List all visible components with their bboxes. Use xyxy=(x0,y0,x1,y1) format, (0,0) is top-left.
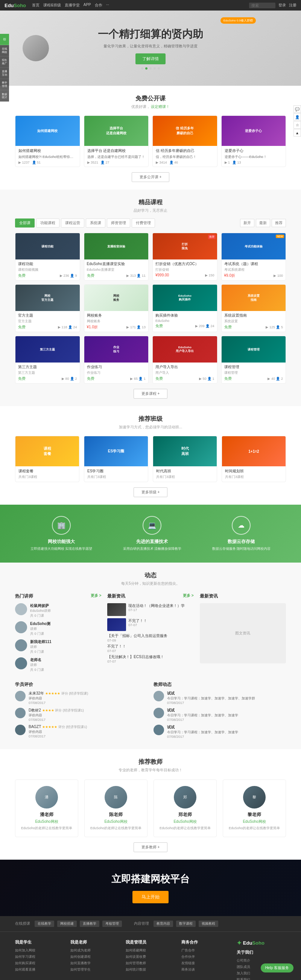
sidebar-item-create[interactable]: 创 xyxy=(0,34,9,45)
premium-load-more-button[interactable]: 更多课程 + xyxy=(134,389,168,399)
teacher-post-2[interactable]: 试试 今日学习：学习课程：加速学、加速学、加速学 07/08/2017 xyxy=(153,725,286,738)
footer-tag-5[interactable]: 数字课程 xyxy=(176,921,196,927)
nav-home[interactable]: 首页 xyxy=(32,3,40,8)
logo[interactable]: EduSoho xyxy=(5,3,26,8)
news-more[interactable]: 更多 > xyxy=(183,593,194,600)
premium-card-11[interactable]: 课程管理 课程管理 课程管理 免费 ▶ 40 👤 2 xyxy=(221,336,286,383)
review-item-1[interactable]: D教材2 ★★★★ 评分 (经济学院课1) 评价内容 07/08/2017 xyxy=(15,708,148,722)
dot-1[interactable] xyxy=(141,67,143,70)
teacher-card-3[interactable]: 黎 黎老师 EduSoho网校 EduSoho的老师让在线教学更简单 xyxy=(223,780,286,837)
tab-teacher[interactable]: 师资管理 xyxy=(107,218,130,228)
free-course-card-3[interactable]: 逆爱赤子心 逆爱赤子心 逆爱赤子心-——EduSoho！ ▶ 1👤 13 xyxy=(221,115,286,167)
register-button[interactable]: 注册 xyxy=(289,3,296,8)
footer-col-item-0-2[interactable]: 如何购买课程 xyxy=(15,961,64,966)
tab-system[interactable]: 系统课 xyxy=(86,218,105,228)
search-input[interactable] xyxy=(249,3,276,8)
nav-app[interactable]: APP xyxy=(84,3,91,8)
footer-col-item-2-1[interactable]: 如何设置收费 xyxy=(126,955,175,959)
teacher-item-3[interactable]: 老师名 讲师 共 0 门课 xyxy=(15,657,101,672)
hero-badge[interactable]: EduSoho 0.9修入群赠 xyxy=(220,17,256,24)
news-item-4[interactable]: 【无法解决！】ECS日志修改哦！ 07-07 xyxy=(107,654,193,663)
footer-col-item-0-1[interactable]: 如何学习课程 xyxy=(15,955,64,959)
recommend-card-0[interactable]: 课程套餐 课程套餐 共有门3课程 xyxy=(15,436,80,482)
premium-card-3[interactable]: 考试功能体验 NEW 考试系统（题）课程 考试系统课程 ¥9.0折 ▶ 100 xyxy=(221,233,286,280)
footer-col-item-0-3[interactable]: 如何观看直播 xyxy=(15,967,64,972)
news-item-3[interactable]: 不完了！！ 07-07 xyxy=(107,644,193,653)
sort-latest[interactable]: 最新 xyxy=(256,219,270,227)
news-item-0[interactable]: 现在活动！（网络企业进来！）学 07-17 xyxy=(107,603,193,616)
sidebar-item-recruit[interactable]: 招生推广 xyxy=(0,56,9,68)
sort-recommend[interactable]: 推荐 xyxy=(272,219,286,227)
premium-card-9[interactable]: 作业练习 作业练习 作业练习 免费 ▶ 65 👤 1 xyxy=(84,336,149,383)
sidebar-item-data[interactable]: 数据统计 xyxy=(0,90,9,102)
sidebar-item-live[interactable]: 直播互动 xyxy=(0,68,9,79)
teacher-card-1[interactable]: 陈 陈老师 EduSoho网校 EduSoho的老师让在线教学更简单 xyxy=(84,780,148,837)
premium-card-1[interactable]: 直播粉室体验 EduSoho直播课堂实验 EduSoho直播课堂 免费 ▶ 31… xyxy=(84,233,149,280)
news-item-1[interactable]: 不完了！！ 07-07 xyxy=(107,618,193,631)
float-star[interactable]: ☆ xyxy=(293,121,301,129)
footer-tag-4[interactable]: 教育内容 xyxy=(153,921,173,927)
footer-col-item-4-0[interactable]: 公司简介 xyxy=(237,958,286,963)
footer-col-item-4-3[interactable]: 联系我们 xyxy=(237,977,286,980)
tab-all[interactable]: 全部课 xyxy=(15,218,35,228)
teacher-post-0[interactable]: 试试 今日学习：学习课程：加速学、加速学、加速学、加速学群 07/08/2017 xyxy=(153,691,286,705)
teacher-card-0[interactable]: 潘 潘老师 EduSoho网校 EduSoho的老师让在线教学更简单 xyxy=(15,780,78,837)
hot-teachers-more[interactable]: 更多 > xyxy=(91,593,102,600)
footer-col-item-1-1[interactable]: 如何创建课程 xyxy=(70,955,119,959)
float-chat[interactable]: 💬 xyxy=(293,105,301,113)
premium-card-5[interactable]: 网校账务 网校账务 网校账务 ¥1.0折 ▶ 171 👤 13 xyxy=(84,284,149,332)
float-user[interactable]: 👤 xyxy=(293,113,301,121)
nav-live[interactable]: 直播学堂 xyxy=(65,3,80,8)
free-course-card-2[interactable]: 信 经历多年磨砺的自己 信 经历多年磨砺的自己 信，经历多年磨砺的自己！ ▶ 3… xyxy=(152,115,217,167)
footer-tag-0[interactable]: 在线教学 xyxy=(35,921,54,927)
dot-3[interactable] xyxy=(150,67,151,70)
dot-2[interactable] xyxy=(145,67,148,70)
footer-col-item-3-3[interactable]: 商务洽谈 xyxy=(182,967,231,972)
teacher-post-1[interactable]: 试试 今日学习：学习课程：加速学、加速学、加速学 07/08/2017 xyxy=(153,708,286,722)
footer-tag-3[interactable]: 考核管理 xyxy=(102,921,122,927)
teachers-load-more-button[interactable]: 更多教师 + xyxy=(134,842,168,852)
footer-col-item-3-2[interactable]: 友情链接 xyxy=(182,961,231,966)
premium-card-2[interactable]: 打折限免 推荐 打折促销（优惠方式OC） 打折促销 ¥999.00 ▶ 150 xyxy=(152,233,217,280)
hero-cta-button[interactable]: 了解详情 xyxy=(135,53,166,64)
recommend-card-1[interactable]: ES学习圈 ES学习圈 共有门3课程 xyxy=(84,436,148,482)
footer-tag-2[interactable]: 直播教学 xyxy=(80,921,99,927)
footer-col-item-3-0[interactable]: 广告合作 xyxy=(182,948,231,953)
tab-operation[interactable]: 课程运营 xyxy=(61,218,84,228)
free-course-card-0[interactable]: 如何搭建网校 如何搭建网校 如何搭建网校?! EduSoho轻松帮你搞定！ ▶ … xyxy=(15,115,80,167)
footer-col-item-1-0[interactable]: 如何成为老师 xyxy=(70,948,119,953)
premium-card-10[interactable]: EduSoho用户导入导出 用户导入导出 用户导入 免费 ▶ 50 👤 1 xyxy=(152,336,217,383)
news-item-2[interactable]: 【关于「招标」公司入当前运营服务 07-09 xyxy=(107,633,193,642)
login-button[interactable]: 登录 xyxy=(279,3,286,8)
review-item-0[interactable]: 未来32年 ★★★★★ 评分 (经济学院课) 评价内容 07/08/2017 xyxy=(15,691,148,705)
teacher-item-0[interactable]: 松鼠烤披萨 EduSoho讲师 共 0 门课 xyxy=(15,603,101,618)
free-load-more-button[interactable]: 更多公开课 + xyxy=(132,172,170,182)
sort-new[interactable]: 新开 xyxy=(240,219,254,227)
footer-tag-6[interactable]: 视频教程 xyxy=(199,921,218,927)
nav-courses[interactable]: 课程&班级 xyxy=(43,3,61,8)
premium-card-8[interactable]: 第三方主题 第三方主题 第三方主题 免费 ▶ 80 👤 2 xyxy=(15,336,80,383)
dot-4[interactable] xyxy=(153,67,156,70)
tab-paid[interactable]: 付费管理 xyxy=(132,218,155,228)
footer-col-item-1-3[interactable]: 如何管理学生 xyxy=(70,967,119,972)
teacher-card-2[interactable]: 郑 郑老师 EduSoho网校 EduSoho的老师让在线教学更简单 xyxy=(153,780,217,837)
teacher-item-2[interactable]: 新我老师111 讲师 共 0 门课 xyxy=(15,639,101,654)
footer-col-item-1-2[interactable]: 如何直播教学 xyxy=(70,961,119,966)
footer-col-item-2-3[interactable]: 如何统计数据 xyxy=(126,967,175,972)
premium-card-6[interactable]: EduSoho购买插件 购买插件体验 EduSoho 免费 ▶ 209 👤 24 xyxy=(152,284,217,332)
free-courses-subtitle-link[interactable]: 设定赠课！ xyxy=(151,105,170,109)
nav-more[interactable]: ··· xyxy=(106,3,109,8)
help-float-button[interactable]: Help 客服服务 xyxy=(261,964,293,972)
footer-col-item-0-0[interactable]: 如何加入网校 xyxy=(15,948,64,953)
sidebar-item-teach[interactable]: 教学管理 xyxy=(0,79,9,90)
float-top[interactable]: ▲ xyxy=(293,129,301,137)
recommend-load-more-button[interactable]: 更多班级 + xyxy=(134,487,168,497)
recommend-card-2[interactable]: 时代高班 时代高班 共有门3课程 xyxy=(153,436,217,482)
dot-5[interactable] xyxy=(158,67,160,70)
footer-tag-1[interactable]: 网校搭建 xyxy=(57,921,77,927)
build-banner-button[interactable]: 马上开始 xyxy=(132,891,169,903)
footer-col-item-3-1[interactable]: 合作伙伴 xyxy=(182,955,231,959)
recommend-card-3[interactable]: 1+1=2 时间规划班 共有门3课程 xyxy=(221,436,286,482)
premium-card-7[interactable]: 系统设置指南 系统设置指南 系统设置 免费 ▶ 125 👤 5 xyxy=(221,284,286,332)
nav-partner[interactable]: 合作 xyxy=(95,3,102,8)
